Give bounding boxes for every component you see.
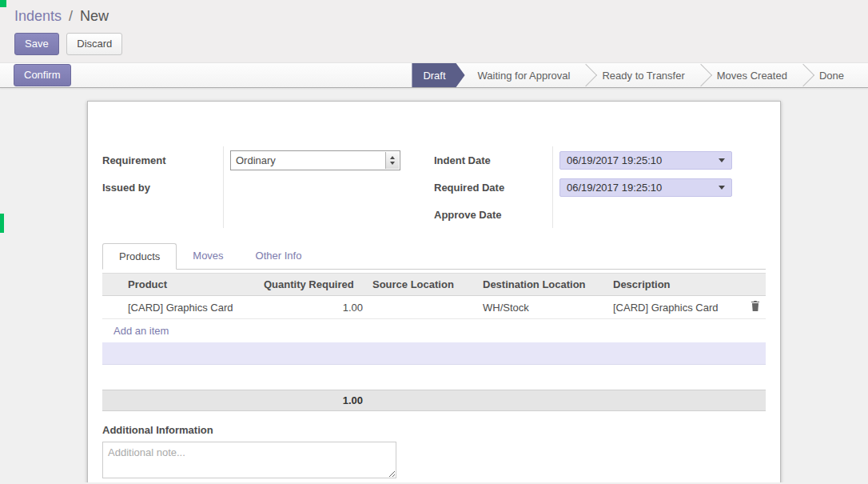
trash-icon [751, 301, 760, 311]
quantity-total-bar: 1.00 [102, 390, 766, 411]
edge-accent-mark [0, 214, 4, 233]
save-button[interactable]: Save [14, 33, 59, 55]
approve-date-field[interactable] [559, 206, 732, 224]
caret-down-icon[interactable] [719, 186, 725, 190]
breadcrumb-current: New [80, 8, 109, 24]
left-field-group: Requirement Issued by Ordinary [102, 146, 434, 228]
confirm-button[interactable]: Confirm [14, 64, 71, 86]
quantity-column-header[interactable]: Quantity Required [259, 274, 368, 296]
main-content-area: Requirement Issued by Ordinary [0, 88, 868, 482]
requirement-select[interactable]: Ordinary [230, 150, 400, 170]
stage-ready-to-transfer[interactable]: Ready to Transfer [589, 63, 697, 87]
indent-date-value: 06/19/2017 19:25:10 [567, 154, 662, 166]
corner-accent-mark [0, 0, 6, 7]
breadcrumb: Indents / New [14, 8, 868, 25]
additional-information-label: Additional Information [102, 424, 766, 436]
issued-by-label: Issued by [102, 182, 150, 194]
tab-moves[interactable]: Moves [177, 243, 239, 269]
stage-moves-created[interactable]: Moves Created [704, 63, 800, 87]
indent-date-label: Indent Date [434, 154, 491, 166]
indent-date-field[interactable]: 06/19/2017 19:25:10 [559, 151, 732, 170]
required-date-value: 06/19/2017 19:25:10 [567, 182, 662, 194]
breadcrumb-separator: / [69, 8, 73, 24]
breadcrumb-indents-link[interactable]: Indents [14, 8, 62, 24]
product-cell[interactable]: [CARD] Graphics Card [123, 296, 259, 319]
trash-column-header [745, 274, 766, 296]
notebook-tabs: Products Moves Other Info [102, 243, 766, 270]
record-button-row: Save Discard [14, 33, 868, 55]
highlighted-empty-row[interactable] [102, 342, 766, 365]
requirement-selected-value: Ordinary [236, 154, 276, 166]
approve-date-label: Approve Date [434, 209, 502, 221]
add-an-item-link[interactable]: Add an item [113, 325, 169, 337]
field-groups: Requirement Issued by Ordinary [102, 146, 766, 228]
quantity-total-value: 1.00 [102, 394, 368, 406]
handle-column-header [102, 274, 123, 296]
tab-products[interactable]: Products [102, 243, 177, 270]
discard-button[interactable]: Discard [66, 33, 122, 55]
row-handle-cell [102, 296, 123, 319]
destination-location-column-header[interactable]: Destination Location [478, 274, 608, 296]
source-location-column-header[interactable]: Source Location [368, 274, 478, 296]
additional-information-section: Additional Information [102, 424, 766, 481]
description-column-header[interactable]: Description [608, 274, 745, 296]
description-cell[interactable]: [CARD] Graphics Card [608, 296, 745, 319]
table-row[interactable]: [CARD] Graphics Card 1.00 WH/Stock [CARD… [102, 296, 766, 319]
table-header-row: Product Quantity Required Source Locatio… [102, 274, 766, 296]
stage-waiting-for-approval[interactable]: Waiting for Approval [465, 63, 583, 87]
workflow-stages: Draft Waiting for Approval Ready to Tran… [412, 63, 868, 87]
caret-down-icon[interactable] [719, 158, 725, 162]
tab-other-info[interactable]: Other Info [240, 243, 318, 269]
statusbar: Confirm Draft Waiting for Approval Ready… [0, 62, 868, 88]
form-sheet: Requirement Issued by Ordinary [87, 101, 781, 482]
source-location-cell[interactable] [368, 296, 478, 319]
right-field-group: Indent Date Required Date Approve Date 0… [434, 146, 732, 228]
add-item-row: Add an item [102, 319, 766, 342]
delete-row-button[interactable] [745, 296, 766, 319]
stage-draft[interactable]: Draft [412, 63, 464, 87]
product-column-header[interactable]: Product [123, 274, 259, 296]
destination-location-cell[interactable]: WH/Stock [478, 296, 608, 319]
additional-note-textarea[interactable] [102, 442, 396, 478]
issued-by-field[interactable] [230, 178, 434, 197]
spinner-arrows-icon[interactable] [385, 152, 399, 169]
required-date-label: Required Date [434, 182, 504, 194]
control-panel: Indents / New Save Discard [0, 0, 868, 62]
required-date-field[interactable]: 06/19/2017 19:25:10 [559, 178, 732, 197]
quantity-cell[interactable]: 1.00 [259, 296, 368, 319]
products-table: Product Quantity Required Source Locatio… [102, 273, 766, 365]
requirement-label: Requirement [102, 154, 165, 166]
